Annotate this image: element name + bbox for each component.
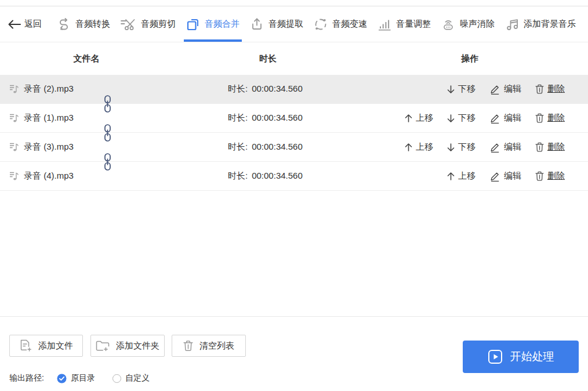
music-file-icon	[9, 171, 20, 181]
clear-list-button[interactable]: 清空列表	[172, 335, 246, 357]
add-folder-label: 添加文件夹	[116, 341, 159, 352]
add-file-label: 添加文件	[38, 341, 73, 352]
play-icon	[488, 349, 503, 364]
trash-icon	[535, 171, 544, 181]
audio-speed-icon	[314, 17, 328, 31]
tab-audio-extract[interactable]: 音频提取	[250, 6, 303, 42]
move-up-button[interactable]: 上移	[405, 113, 433, 124]
move-down-button[interactable]: 下移	[447, 142, 476, 153]
radio-original-directory[interactable]: 原目录	[57, 373, 95, 383]
back-label: 返回	[24, 19, 42, 30]
edit-label: 编辑	[504, 142, 521, 153]
duration-label: 时长:	[228, 84, 248, 95]
edit-pencil-icon	[489, 113, 500, 124]
tab-audio-cut[interactable]: 音频剪切	[121, 6, 176, 42]
table-row[interactable]: 录音 (3).mp3 时长: 00:00:34.560 上移 下移 编辑 删除	[0, 133, 588, 162]
file-list: 录音 (2).mp3 时长: 00:00:34.560 下移 编辑 删除 录音 …	[0, 75, 588, 191]
clear-trash-icon	[183, 340, 193, 352]
duration-value: 00:00:34.560	[252, 84, 303, 95]
duration-cell: 时长: 00:00:34.560	[228, 171, 303, 182]
arrow-up-icon	[405, 143, 412, 151]
tab-label: 音频提取	[268, 19, 303, 30]
output-path-label: 输出路径:	[9, 373, 44, 383]
file-name-cell: 录音 (4).mp3	[0, 171, 74, 182]
delete-button[interactable]: 删除	[535, 142, 565, 153]
move-up-button[interactable]: 上移	[405, 142, 433, 153]
tab-label: 音量调整	[396, 19, 431, 30]
tab-label: 音频转换	[75, 19, 110, 30]
table-row[interactable]: 录音 (2).mp3 时长: 00:00:34.560 下移 编辑 删除	[0, 75, 588, 104]
delete-button[interactable]: 删除	[535, 113, 565, 124]
file-name-cell: 录音 (2).mp3	[0, 84, 74, 95]
table-row[interactable]: 录音 (4).mp3 时长: 00:00:34.560 上移 编辑 删除	[0, 162, 588, 191]
radio-custom-label: 自定义	[125, 373, 150, 383]
edit-button[interactable]: 编辑	[489, 113, 521, 124]
start-processing-label: 开始处理	[510, 349, 554, 364]
edit-label: 编辑	[504, 84, 521, 95]
edit-button[interactable]: 编辑	[489, 142, 521, 153]
tab-label: 音频合并	[205, 19, 239, 30]
audio-extract-icon	[250, 17, 264, 31]
move-up-label: 上移	[416, 142, 433, 153]
tab-audio-speed[interactable]: 音频变速	[314, 6, 367, 42]
add-file-button[interactable]: 添加文件	[9, 335, 83, 357]
row-actions: 上移 下移 编辑 删除	[405, 113, 565, 124]
table-row[interactable]: 录音 (1).mp3 时长: 00:00:34.560 上移 下移 编辑 删除	[0, 104, 588, 133]
file-name: 录音 (3).mp3	[24, 142, 74, 153]
column-header-actions: 操作	[441, 53, 499, 64]
add-folder-button[interactable]: 添加文件夹	[90, 335, 165, 357]
volume-adjust-icon	[378, 17, 391, 31]
column-header-duration: 时长	[239, 53, 297, 64]
edit-button[interactable]: 编辑	[489, 171, 521, 182]
tab-audio-merge[interactable]: 音频合并	[186, 6, 239, 42]
add-folder-icon	[96, 340, 110, 352]
chain-link-icon	[104, 153, 111, 171]
radio-original-label: 原目录	[71, 373, 95, 383]
row-actions: 下移 编辑 删除	[447, 84, 565, 95]
move-up-label: 上移	[458, 171, 476, 182]
move-up-button[interactable]: 上移	[447, 171, 476, 182]
delete-button[interactable]: 删除	[535, 84, 565, 95]
noise-reduction-icon	[441, 17, 455, 31]
row-actions: 上移 编辑 删除	[447, 171, 565, 182]
output-path-row: 输出路径: 原目录 自定义	[9, 373, 167, 383]
radio-unchecked-icon	[112, 374, 121, 383]
move-down-button[interactable]: 下移	[447, 84, 476, 95]
edit-pencil-icon	[489, 171, 500, 182]
back-arrow-icon	[8, 20, 21, 29]
duration-cell: 时长: 00:00:34.560	[228, 142, 303, 153]
tab-volume-adjust[interactable]: 音量调整	[378, 6, 431, 42]
file-name: 录音 (2).mp3	[24, 84, 74, 95]
edit-pencil-icon	[489, 142, 500, 153]
move-down-button[interactable]: 下移	[447, 113, 476, 124]
duration-label: 时长:	[228, 142, 248, 153]
add-bgm-icon	[505, 17, 519, 31]
tab-label: 噪声消除	[460, 19, 495, 30]
music-file-icon	[9, 142, 20, 152]
tab-label: 添加背景音乐	[524, 19, 576, 30]
tab-add-background-music[interactable]: 添加背景音乐	[505, 6, 576, 42]
trash-icon	[535, 113, 544, 123]
duration-label: 时长:	[228, 113, 248, 124]
duration-value: 00:00:34.560	[252, 142, 303, 153]
start-processing-button[interactable]: 开始处理	[463, 341, 579, 373]
row-actions: 上移 下移 编辑 删除	[405, 142, 565, 153]
tab-audio-convert[interactable]: 音频转换	[57, 6, 110, 42]
footer-divider	[0, 316, 588, 317]
delete-label: 删除	[547, 171, 565, 182]
file-name: 录音 (1).mp3	[24, 113, 74, 124]
clear-list-label: 清空列表	[199, 341, 234, 352]
back-button[interactable]: 返回	[8, 6, 42, 42]
edit-pencil-icon	[489, 84, 500, 95]
edit-button[interactable]: 编辑	[489, 84, 521, 95]
tab-noise-reduction[interactable]: 噪声消除	[441, 6, 495, 42]
delete-button[interactable]: 删除	[535, 171, 565, 182]
audio-merge-icon	[186, 17, 200, 31]
trash-icon	[535, 84, 544, 94]
add-file-icon	[19, 339, 32, 352]
edit-label: 编辑	[504, 113, 521, 124]
arrow-down-icon	[447, 85, 455, 93]
radio-custom-directory[interactable]: 自定义	[112, 373, 150, 383]
delete-label: 删除	[547, 84, 565, 95]
chain-link-icon	[104, 124, 111, 142]
